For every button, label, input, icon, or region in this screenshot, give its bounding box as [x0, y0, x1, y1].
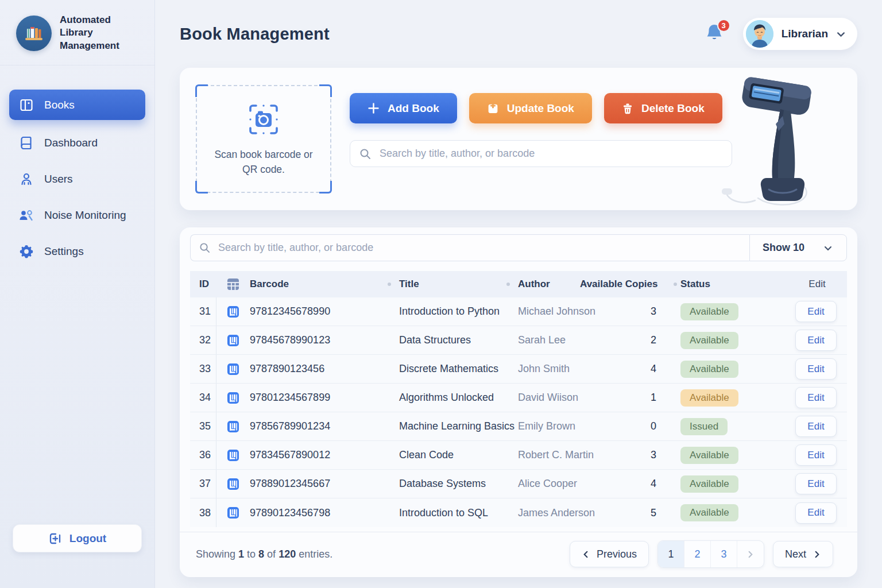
action-search-input[interactable]: [378, 147, 722, 160]
table-row: 33 9787890123456 Discrete Math: [190, 355, 847, 384]
cell-id: 33: [190, 355, 216, 383]
cell-copies: 0: [580, 412, 680, 440]
edit-button[interactable]: Edit: [795, 502, 837, 524]
update-book-button[interactable]: Update Book: [469, 93, 592, 123]
cell-copies: 3: [580, 441, 680, 469]
sidebar-item-label: Settings: [44, 245, 84, 258]
edit-button[interactable]: Edit: [795, 444, 837, 466]
cell-edit: Edit: [787, 441, 847, 469]
status-badge: Available: [680, 504, 738, 521]
barcode-icon: [216, 441, 250, 469]
edit-button[interactable]: Edit: [795, 387, 837, 408]
edit-button[interactable]: Edit: [795, 473, 837, 494]
notifications-button[interactable]: 3: [704, 22, 726, 45]
chevron-right-icon: [746, 550, 755, 559]
app-logo-icon: [16, 16, 52, 51]
edit-button[interactable]: Edit: [795, 358, 837, 380]
table-row: 32 97845678990123 Data Structu: [190, 326, 847, 355]
action-search-field[interactable]: [350, 140, 732, 167]
cell-copies: 3: [580, 297, 680, 326]
edit-button[interactable]: Edit: [795, 330, 837, 351]
cell-barcode: 97801234567899: [250, 384, 399, 412]
column-header-status[interactable]: Status: [680, 271, 787, 297]
barcode-icon: [216, 384, 250, 412]
main-content: Book Management 3: [155, 0, 882, 588]
sidebar-item-settings[interactable]: Settings: [9, 238, 145, 265]
add-book-button[interactable]: Add Book: [350, 93, 457, 123]
scan-camera-icon: [245, 101, 283, 138]
sidebar-item-dashboard[interactable]: Dashboard: [9, 129, 145, 156]
table-row: 31 97812345678990 Introduction: [190, 297, 847, 326]
table-header: ID Barcode Title Author Available Copies…: [190, 271, 847, 297]
column-header-title[interactable]: Title: [399, 271, 518, 297]
cell-copies: 4: [580, 470, 680, 498]
previous-page-button[interactable]: Previous: [570, 541, 649, 567]
cell-barcode: 97890123456798: [250, 498, 399, 527]
cell-status: Available: [680, 297, 787, 326]
cell-id: 37: [190, 470, 216, 498]
page-number-1[interactable]: 1: [658, 541, 684, 567]
sidebar-item-books[interactable]: Books: [9, 90, 145, 120]
edit-button[interactable]: Edit: [795, 301, 837, 322]
user-name: Librarian: [782, 28, 828, 40]
cell-title: Database Systems: [399, 470, 518, 498]
barcode-icon: [216, 470, 250, 498]
edit-button[interactable]: Edit: [795, 416, 837, 437]
cell-author: Emily Brown: [518, 412, 580, 440]
cell-id: 31: [190, 297, 216, 326]
column-header-id[interactable]: ID: [190, 271, 216, 297]
logout-button[interactable]: Logout: [13, 524, 142, 552]
table-search-input[interactable]: [217, 241, 741, 254]
pagination: Previous 123 Next: [570, 540, 833, 568]
sidebar-item-users[interactable]: Users: [9, 165, 145, 192]
action-panel: Scan book barcode or QR code. Add Book: [180, 68, 857, 210]
column-header-copies[interactable]: Available Copies: [580, 271, 680, 297]
sidebar-item-noise-monitoring[interactable]: Noise Monitoring: [9, 202, 145, 229]
sidebar-item-label: Books: [44, 99, 75, 111]
scan-dropzone[interactable]: Scan book barcode or QR code.: [196, 85, 331, 193]
cell-edit: Edit: [787, 384, 847, 412]
cell-barcode: 9787890123456: [250, 355, 399, 383]
book-open-icon: [18, 97, 34, 113]
cell-copies: 4: [580, 355, 680, 383]
chevron-left-icon: [582, 550, 590, 559]
app-logo-row: Automated Library Management: [0, 0, 154, 65]
table-footer: Showing 1 to 8 of 120 entries. Previous …: [180, 532, 857, 577]
sidebar-item-label: Noise Monitoring: [44, 209, 126, 222]
page-size-select[interactable]: Show 10: [749, 234, 847, 261]
cell-barcode: 97834567890012: [250, 441, 399, 469]
page-number-3[interactable]: 3: [711, 541, 737, 567]
cell-title: Discrete Mathematics: [399, 355, 518, 383]
user-menu[interactable]: Librarian: [743, 18, 857, 50]
table-row: 38 97890123456798 Introduction: [190, 498, 847, 527]
books-table-panel: Show 10 ID Barcode Title Author: [180, 227, 857, 577]
status-badge: Issued: [680, 418, 728, 435]
cell-status: Available: [680, 326, 787, 354]
sidebar-item-label: Dashboard: [44, 137, 98, 149]
page-number-2[interactable]: 2: [684, 541, 711, 567]
cell-status: Available: [680, 498, 787, 527]
cell-edit: Edit: [787, 297, 847, 326]
cell-title: Machine Learning Basics: [399, 412, 518, 440]
page-title: Book Management: [180, 25, 330, 44]
page-number-group: 123: [657, 540, 764, 568]
sidebar-nav: Books Dashboard Users: [0, 65, 154, 265]
delete-book-button[interactable]: Delete Book: [604, 93, 722, 123]
cell-status: Available: [680, 384, 787, 412]
cell-author: Alice Cooper: [518, 470, 580, 498]
topbar: Book Management 3: [180, 0, 857, 68]
status-badge: Available: [680, 303, 738, 320]
status-badge: Available: [680, 361, 738, 378]
barcode-icon: [216, 297, 250, 326]
table-body: 31 97812345678990 Introduction: [190, 297, 847, 527]
cell-id: 38: [190, 498, 216, 527]
column-header-barcode[interactable]: Barcode: [250, 271, 399, 297]
column-header-author[interactable]: Author: [518, 271, 580, 297]
table-search-field[interactable]: [190, 234, 749, 261]
cell-id: 35: [190, 412, 216, 440]
table-row: 35 97856789901234 Machine Lear: [190, 412, 847, 441]
next-pages-chevron[interactable]: [737, 541, 764, 567]
search-icon: [199, 242, 210, 253]
next-page-button[interactable]: Next: [773, 541, 833, 567]
cell-edit: Edit: [787, 470, 847, 498]
